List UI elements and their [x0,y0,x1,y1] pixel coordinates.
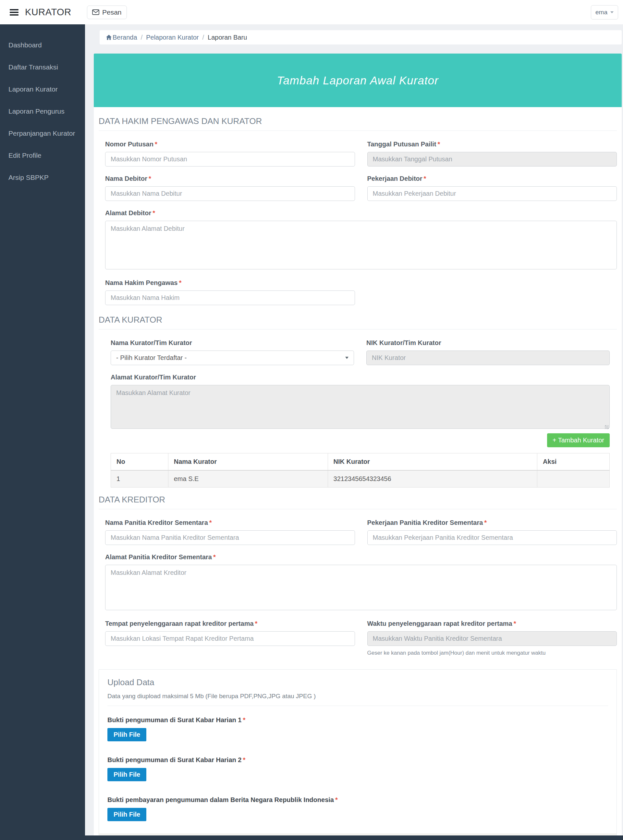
selected-option: - Pilih Kurator Terdaftar - [116,354,187,362]
pilih-file-button-3[interactable]: Pilih File [107,808,146,821]
pekerjaan-panitia-label: Pekerjaan Panitia Kreditor Sementara* [367,519,617,527]
field-nama-panitia: Nama Panitia Kreditor Sementara* [105,519,355,545]
alamat-debitor-label: Alamat Debitor* [105,209,617,217]
sidebar-item-edit-profile[interactable]: Edit Profile [0,144,85,166]
waktu-rapat-label: Waktu penyelenggaraan rapat kreditor per… [367,620,617,627]
nama-hakim-input[interactable] [105,290,355,305]
tanggal-putusan-input[interactable] [367,152,617,166]
field-alamat-debitor: Alamat Debitor* [105,209,617,271]
app-brand: KURATOR [25,7,71,17]
table-row: 1 ema S.E 3212345654323456 [111,470,610,487]
breadcrumb-pelaporan-kurator[interactable]: Pelaporan Kurator [146,34,199,41]
pekerjaan-debitor-input[interactable] [367,186,617,201]
nama-panitia-input[interactable] [105,530,355,545]
hamburger-menu-icon[interactable] [10,9,18,15]
form-card: Tambah Laporan Awal Kurator DATA HAKIM P… [94,54,622,835]
required-asterisk: * [155,141,157,148]
envelope-icon [92,9,99,15]
nik-kurator-input [366,350,610,365]
main-content: Beranda / Pelaporan Kurator / Laporan Ba… [85,25,623,835]
page-title: Tambah Laporan Awal Kurator [277,74,439,87]
alamat-kurator-label: Alamat Kurator/Tim Kurator [110,373,610,381]
required-asterisk: * [152,209,155,217]
pesan-button[interactable]: Pesan [87,6,127,19]
field-nama-hakim: Nama Hakim Pengawas* [105,279,355,305]
pilih-file-button-1[interactable]: Pilih File [107,728,146,741]
upload-label-1: Bukti pengumuman di Surat Kabar Harian 1… [107,716,608,724]
alamat-kurator-textarea [110,385,610,429]
pekerjaan-debitor-label: Pekerjaan Debitor* [367,175,617,183]
breadcrumb-current: Laporan Baru [208,34,247,41]
required-asterisk: * [243,756,245,763]
field-pekerjaan-debitor: Pekerjaan Debitor* [367,175,617,201]
sidebar-item-perpanjangan-kurator[interactable]: Perpanjangan Kurator [0,122,85,144]
top-bar: KURATOR Pesan ema [0,0,623,25]
required-asterisk: * [514,620,516,627]
chevron-down-icon [610,11,614,13]
cell-nik-kurator: 3212345654323456 [328,470,537,487]
cell-nama-kurator: ema S.E [168,470,328,487]
required-asterisk: * [179,279,181,286]
sidebar-item-dashboard[interactable]: Dashboard [0,34,85,56]
col-nik-kurator: NIK Kurator [328,453,537,471]
upload-item-surat-kabar-2: Bukti pengumuman di Surat Kabar Harian 2… [107,756,608,781]
upload-label-2: Bukti pengumuman di Surat Kabar Harian 2… [107,756,608,764]
user-menu-button[interactable]: ema [591,5,618,20]
pesan-label: Pesan [102,8,122,16]
required-asterisk: * [255,620,258,627]
tambah-kurator-button[interactable]: + Tambah Kurator [547,433,610,447]
col-nama-kurator: Nama Kurator [168,453,328,471]
sidebar-item-laporan-pengurus[interactable]: Laporan Pengurus [0,100,85,122]
tempat-rapat-label: Tempat penyelenggaraan rapat kreditor pe… [105,620,355,627]
page-footer-strip [0,835,623,840]
field-waktu-rapat: Waktu penyelenggaraan rapat kreditor per… [367,620,617,656]
required-asterisk: * [209,519,212,526]
sidebar-item-laporan-kurator[interactable]: Laporan Kurator [0,78,85,100]
waktu-rapat-input[interactable] [367,631,617,646]
breadcrumb: Beranda / Pelaporan Kurator / Laporan Ba… [100,30,622,45]
col-aksi: Aksi [537,453,610,471]
breadcrumb-beranda[interactable]: Beranda [106,34,137,41]
section-title-kreditor: DATA KREDITOR [99,494,617,509]
pekerjaan-panitia-input[interactable] [367,530,617,545]
field-nik-kurator: NIK Kurator/Tim Kurator [366,339,610,365]
breadcrumb-separator: / [203,34,204,41]
col-no: No [111,453,169,471]
field-tanggal-putusan: Tanggal Putusan Pailit* [367,141,617,166]
kurator-table: No Nama Kurator NIK Kurator Aksi 1 ema S… [110,453,610,487]
nomor-putusan-input[interactable] [105,152,355,166]
nik-kurator-label: NIK Kurator/Tim Kurator [366,339,610,347]
alamat-debitor-textarea[interactable] [105,221,617,269]
nama-kurator-select[interactable]: - Pilih Kurator Terdaftar - [110,350,354,365]
field-tempat-rapat: Tempat penyelenggaraan rapat kreditor pe… [105,620,355,656]
sidebar-item-arsip-sbpkp[interactable]: Arsip SBPKP [0,166,85,189]
section-title-kurator: DATA KURATOR [99,315,617,329]
tanggal-putusan-label: Tanggal Putusan Pailit* [367,141,617,148]
waktu-rapat-helper: Geser ke kanan pada tombol jam(Hour) dan… [367,650,617,656]
sidebar: Dashboard Daftar Transaksi Laporan Kurat… [0,25,85,835]
nama-debitor-label: Nama Debitor* [105,175,355,183]
cell-no: 1 [111,470,169,487]
select-caret-icon [345,357,348,359]
sidebar-item-daftar-transaksi[interactable]: Daftar Transaksi [0,56,85,78]
user-name: ema [595,9,608,16]
field-nama-kurator: Nama Kurator/Tim Kurator - Pilih Kurator… [110,339,354,365]
brand-area: KURATOR [0,7,85,17]
table-header-row: No Nama Kurator NIK Kurator Aksi [111,453,610,471]
required-asterisk: * [149,175,151,182]
field-alamat-panitia: Alamat Panitia Kreditor Sementara* [105,553,617,611]
required-asterisk: * [243,716,245,723]
alamat-panitia-textarea[interactable] [105,565,617,610]
nomor-putusan-label: Nomor Putusan* [105,141,355,148]
field-alamat-kurator: Alamat Kurator/Tim Kurator [110,373,610,430]
pilih-file-button-2[interactable]: Pilih File [107,768,146,781]
field-nomor-putusan: Nomor Putusan* [105,141,355,166]
nama-debitor-input[interactable] [105,186,355,201]
page-banner: Tambah Laporan Awal Kurator [94,54,622,107]
required-asterisk: * [213,553,216,561]
cell-aksi [537,470,610,487]
upload-title: Upload Data [107,677,608,688]
required-asterisk: * [424,175,427,182]
upload-item-surat-kabar-1: Bukti pengumuman di Surat Kabar Harian 1… [107,716,608,741]
tempat-rapat-input[interactable] [105,631,355,646]
